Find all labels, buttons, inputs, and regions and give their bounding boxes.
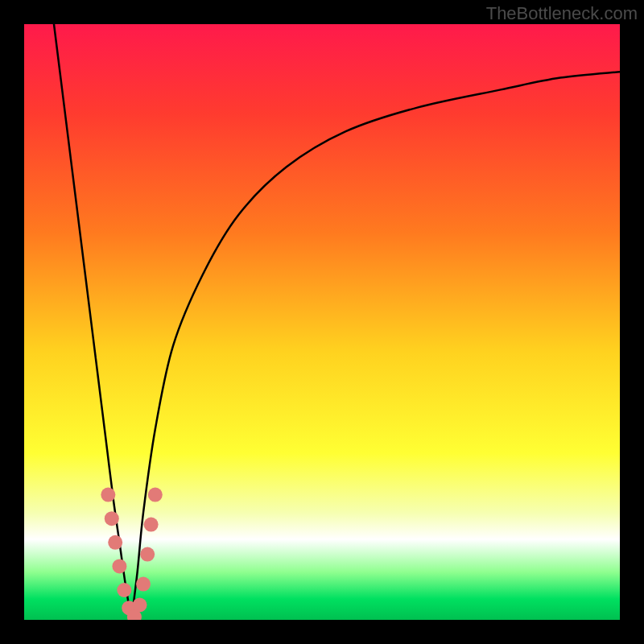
marker-dot — [117, 583, 131, 597]
marker-dot — [108, 535, 122, 550]
frame-border-bottom — [0, 620, 644, 644]
chart-frame: TheBottleneck.com — [0, 0, 644, 644]
marker-dot — [144, 518, 159, 532]
marker-dot — [136, 577, 151, 592]
frame-border-left — [0, 0, 24, 644]
frame-border-right — [620, 0, 644, 644]
marker-dot — [148, 488, 163, 502]
marker-dot — [112, 559, 126, 573]
marker-dot — [140, 547, 155, 562]
marker-dot — [133, 598, 147, 613]
bottleneck-chart — [24, 24, 620, 620]
marker-dot — [105, 511, 119, 526]
watermark-text: TheBottleneck.com — [486, 3, 638, 24]
chart-background — [24, 24, 620, 620]
marker-dot — [101, 488, 115, 502]
